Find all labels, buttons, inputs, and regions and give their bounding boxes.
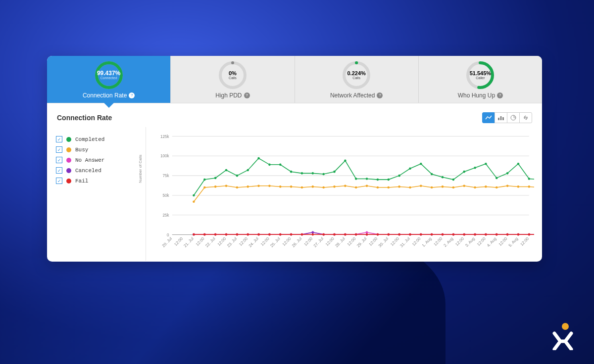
svg-point-62 bbox=[225, 169, 227, 172]
legend-label: Busy bbox=[75, 147, 88, 153]
dashboard-panel: 99.437% Connected Connection Rate ? 0% C… bbox=[47, 56, 542, 262]
help-icon[interactable]: ? bbox=[497, 92, 503, 98]
svg-point-107 bbox=[322, 186, 324, 189]
svg-point-70 bbox=[312, 172, 314, 175]
gauge-sub: Calls bbox=[229, 76, 237, 80]
gauge-high-pdd: 0% Calls bbox=[218, 60, 248, 90]
legend-swatch bbox=[66, 168, 71, 173]
svg-point-178 bbox=[312, 231, 314, 234]
svg-text:100k: 100k bbox=[160, 154, 169, 158]
help-icon[interactable]: ? bbox=[244, 92, 250, 98]
svg-point-218 bbox=[355, 233, 357, 236]
svg-point-117 bbox=[431, 186, 433, 189]
view-link-button[interactable] bbox=[519, 112, 532, 123]
legend-label: No Answer bbox=[75, 157, 104, 163]
svg-point-69 bbox=[301, 172, 303, 175]
svg-point-215 bbox=[322, 233, 324, 236]
svg-point-233 bbox=[517, 233, 519, 236]
svg-point-111 bbox=[366, 185, 368, 187]
svg-point-96 bbox=[203, 186, 205, 189]
legend-label: Fail bbox=[75, 178, 88, 184]
svg-point-101 bbox=[257, 185, 259, 187]
svg-point-67 bbox=[279, 164, 281, 166]
svg-point-211 bbox=[279, 233, 281, 236]
svg-text:12:00: 12:00 bbox=[303, 236, 314, 247]
svg-point-123 bbox=[495, 186, 497, 189]
svg-point-102 bbox=[268, 185, 270, 187]
svg-point-110 bbox=[355, 186, 357, 189]
view-line-button[interactable] bbox=[482, 112, 495, 123]
svg-text:23. Jul: 23. Jul bbox=[226, 236, 238, 248]
svg-text:3. Aug: 3. Aug bbox=[464, 236, 476, 248]
svg-point-89 bbox=[517, 163, 519, 165]
gauge-sub: Connected bbox=[100, 76, 117, 80]
svg-point-221 bbox=[388, 233, 390, 236]
svg-point-90 bbox=[528, 178, 530, 180]
svg-text:1. Aug: 1. Aug bbox=[421, 236, 433, 248]
svg-point-226 bbox=[442, 233, 444, 236]
tab-high-pdd[interactable]: 0% Calls High PDD ? bbox=[171, 56, 295, 103]
y-axis-label: Number of Calls bbox=[138, 155, 143, 183]
svg-point-115 bbox=[409, 186, 411, 189]
legend-label: Canceled bbox=[75, 168, 101, 174]
gauge-sub: Caller bbox=[476, 76, 485, 80]
svg-point-214 bbox=[312, 233, 314, 236]
svg-point-231 bbox=[495, 233, 497, 236]
view-bar-button[interactable] bbox=[495, 112, 507, 123]
svg-point-220 bbox=[377, 233, 379, 236]
tab-who-hung-up[interactable]: 51.545% Caller Who Hung Up ? bbox=[419, 56, 542, 103]
svg-point-82 bbox=[442, 176, 444, 179]
svg-text:20. Jul: 20. Jul bbox=[161, 236, 173, 248]
svg-point-80 bbox=[420, 163, 422, 165]
tab-connection-rate[interactable]: 99.437% Connected Connection Rate ? bbox=[47, 56, 171, 103]
legend-checkbox[interactable]: ✓ bbox=[56, 157, 62, 163]
svg-text:12:00: 12:00 bbox=[282, 236, 292, 247]
svg-point-222 bbox=[398, 233, 400, 236]
legend-checkbox[interactable]: ✓ bbox=[56, 136, 62, 142]
svg-point-219 bbox=[366, 233, 368, 236]
help-icon[interactable]: ? bbox=[377, 92, 383, 98]
legend-item-busy: ✓ Busy bbox=[56, 146, 137, 153]
svg-point-77 bbox=[388, 179, 390, 181]
svg-point-230 bbox=[485, 233, 487, 236]
svg-point-104 bbox=[290, 185, 292, 188]
gauge-value: 0% bbox=[229, 71, 237, 76]
legend-checkbox[interactable]: ✓ bbox=[56, 146, 62, 153]
legend-checkbox[interactable]: ✓ bbox=[56, 167, 62, 174]
svg-text:5. Aug: 5. Aug bbox=[508, 236, 519, 248]
svg-point-73 bbox=[344, 160, 346, 162]
svg-point-88 bbox=[506, 172, 508, 175]
svg-point-85 bbox=[474, 167, 476, 169]
gauge-sub: Calls bbox=[352, 76, 360, 80]
svg-point-119 bbox=[452, 186, 454, 189]
tab-network-affected[interactable]: 0.224% Calls Network Affected ? bbox=[295, 56, 419, 103]
legend-checkbox[interactable]: ✓ bbox=[56, 178, 62, 184]
svg-point-205 bbox=[214, 233, 216, 236]
svg-point-66 bbox=[268, 164, 270, 166]
gauge-value: 99.437% bbox=[97, 70, 120, 76]
svg-point-87 bbox=[495, 177, 497, 180]
legend-swatch bbox=[66, 137, 71, 142]
legend-item-no-answer: ✓ No Answer bbox=[56, 157, 137, 163]
svg-point-59 bbox=[193, 194, 195, 197]
help-icon[interactable]: ? bbox=[129, 92, 135, 98]
svg-text:24. Jul: 24. Jul bbox=[248, 236, 259, 248]
svg-point-204 bbox=[203, 233, 205, 236]
svg-point-216 bbox=[333, 233, 335, 236]
svg-text:75k: 75k bbox=[163, 174, 170, 178]
svg-text:12:00: 12:00 bbox=[411, 236, 422, 247]
svg-text:2. Aug: 2. Aug bbox=[443, 236, 454, 248]
view-pie-button[interactable] bbox=[507, 112, 520, 123]
svg-point-113 bbox=[388, 186, 390, 189]
svg-point-72 bbox=[333, 171, 335, 173]
svg-point-79 bbox=[409, 167, 411, 170]
svg-text:12:00: 12:00 bbox=[195, 236, 205, 247]
legend-item-completed: ✓ Completed bbox=[56, 136, 137, 142]
svg-point-108 bbox=[333, 185, 335, 188]
svg-text:25k: 25k bbox=[163, 213, 170, 218]
svg-point-125 bbox=[517, 185, 519, 188]
svg-text:12:00: 12:00 bbox=[433, 236, 444, 247]
tab-label: Connection Rate bbox=[83, 92, 127, 99]
svg-point-120 bbox=[463, 185, 465, 187]
svg-point-229 bbox=[474, 233, 476, 236]
